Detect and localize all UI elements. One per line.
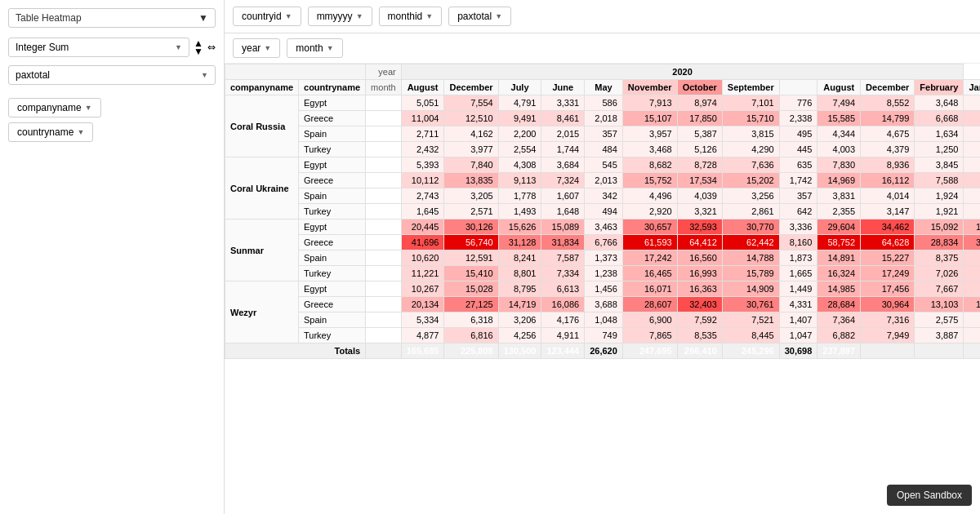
- groupby-month[interactable]: month ▼: [287, 38, 342, 58]
- companyname-dimension[interactable]: companyname ▼: [8, 98, 101, 117]
- data-cell: 6,318: [444, 312, 498, 328]
- totals-cell: 130,500: [498, 343, 541, 359]
- data-cell: 2,018: [585, 111, 623, 126]
- col-january: January: [964, 80, 980, 95]
- data-cell: 1,924: [915, 188, 964, 204]
- data-cell: 16,112: [861, 173, 915, 188]
- filter-paxtotal[interactable]: paxtotal ▼: [448, 7, 511, 26]
- countryname-dimension[interactable]: countryname ▼: [8, 122, 93, 142]
- filter-monthid[interactable]: monthid ▼: [379, 7, 443, 26]
- data-cell: 4,162: [444, 126, 498, 142]
- data-cell: 16,363: [677, 281, 722, 297]
- data-cell: 7,840: [444, 157, 498, 173]
- data-cell: 9,491: [498, 111, 541, 126]
- totals-cell: 266,410: [677, 343, 722, 359]
- data-cell: 545: [585, 157, 623, 173]
- totals-label: Totals: [225, 343, 366, 359]
- data-cell: 11,004: [401, 111, 444, 126]
- companyname-label: companyname: [17, 102, 82, 113]
- chart-type-select[interactable]: Table Heatmap ▼: [8, 8, 216, 28]
- heatmap-table: year 2020 companyname countryname month …: [225, 64, 980, 359]
- data-cell: 15,202: [722, 173, 779, 188]
- data-cell: 8,552: [861, 95, 915, 111]
- table-row: Greece41,69656,74031,12831,8346,76661,59…: [225, 235, 981, 250]
- open-sandbox-tooltip[interactable]: Open Sandbox: [887, 485, 972, 506]
- data-cell: 31,970: [964, 235, 980, 250]
- data-cell: 4,039: [677, 188, 722, 204]
- col-december-2: December: [861, 80, 915, 95]
- country-cell: Spain: [299, 250, 366, 266]
- data-cell: 2,920: [622, 204, 677, 219]
- data-cell: 15,089: [541, 219, 585, 235]
- data-cell: 484: [585, 142, 623, 157]
- filter-mmyyyy[interactable]: mmyyyy ▼: [308, 7, 372, 26]
- data-cell: 15,710: [722, 111, 779, 126]
- table-row: Turkey4,8776,8164,2564,9117497,8658,5358…: [225, 328, 981, 343]
- groupby-year[interactable]: year ▼: [233, 38, 280, 58]
- data-cell: 8,445: [722, 328, 779, 343]
- data-cell: 3,188: [964, 126, 980, 142]
- data-cell: 3,331: [541, 95, 585, 111]
- data-cell: 27,125: [444, 297, 498, 312]
- data-cell: 7,865: [622, 328, 677, 343]
- year-label: year: [366, 64, 402, 80]
- data-cell: 29,604: [817, 219, 861, 235]
- data-cell: 14,788: [722, 250, 779, 266]
- countryname-chevron: ▼: [77, 128, 84, 136]
- data-cell: 20,445: [401, 219, 444, 235]
- data-cell: 15,227: [861, 250, 915, 266]
- data-cell: 14,969: [817, 173, 861, 188]
- totals-cell: 123,444: [541, 343, 585, 359]
- data-cell: 17,850: [677, 111, 722, 126]
- aggregation-select[interactable]: Integer Sum ▼: [8, 38, 189, 57]
- data-cell: 1,634: [915, 126, 964, 142]
- data-cell: 56,740: [444, 235, 498, 250]
- data-cell: 445: [779, 142, 817, 157]
- col-october: October: [677, 80, 722, 95]
- data-cell: 10,112: [401, 173, 444, 188]
- data-cell: 7,324: [541, 173, 585, 188]
- data-cell: 14,909: [722, 281, 779, 297]
- data-cell: 1,456: [585, 281, 623, 297]
- data-cell: 4,911: [541, 328, 585, 343]
- data-cell: 1,744: [541, 142, 585, 157]
- data-cell: 7,588: [915, 173, 964, 188]
- dimensions-section: companyname ▼ countryname ▼: [8, 98, 216, 147]
- data-cell: 1,778: [498, 188, 541, 204]
- data-cell: 642: [779, 204, 817, 219]
- data-cell: 7,913: [622, 95, 677, 111]
- data-cell: 13,835: [444, 173, 498, 188]
- data-cell: 41,696: [401, 235, 444, 250]
- table-row: Spain2,7114,1622,2002,0153573,9575,3873,…: [225, 126, 981, 142]
- data-cell: 3,845: [915, 157, 964, 173]
- data-cell: 31,128: [498, 235, 541, 250]
- data-cell: 17,287: [964, 297, 980, 312]
- data-cell: 4,290: [722, 142, 779, 157]
- data-cell: 3,205: [444, 188, 498, 204]
- month-label: month: [366, 80, 402, 95]
- data-cell: 9,113: [498, 173, 541, 188]
- data-cell: 7,252: [964, 281, 980, 297]
- country-cell: Egypt: [299, 95, 366, 111]
- data-cell: 3,321: [677, 204, 722, 219]
- data-cell: 4,308: [498, 157, 541, 173]
- country-cell: Greece: [299, 235, 366, 250]
- data-cell: 5,051: [401, 95, 444, 111]
- data-cell: 3,206: [498, 312, 541, 328]
- data-cell: 586: [585, 95, 623, 111]
- country-cell: Turkey: [299, 328, 366, 343]
- col-november: November: [622, 80, 677, 95]
- totals-cell: 247,695: [622, 343, 677, 359]
- data-cell: 28,684: [817, 297, 861, 312]
- data-cell: 1,873: [779, 250, 817, 266]
- totals-cell: 225,808: [444, 343, 498, 359]
- filter-countryid[interactable]: countryid ▼: [233, 7, 301, 26]
- swap-icon[interactable]: ⇔: [207, 42, 216, 53]
- data-cell: 61,593: [622, 235, 677, 250]
- sort-icons[interactable]: ▲ ▼: [194, 40, 203, 55]
- table-wrapper[interactable]: year 2020 companyname countryname month …: [225, 64, 980, 514]
- data-cell: 2,015: [541, 126, 585, 142]
- data-cell: 30,770: [722, 219, 779, 235]
- country-cell: Turkey: [299, 204, 366, 219]
- field-select[interactable]: paxtotal ▼: [8, 65, 216, 85]
